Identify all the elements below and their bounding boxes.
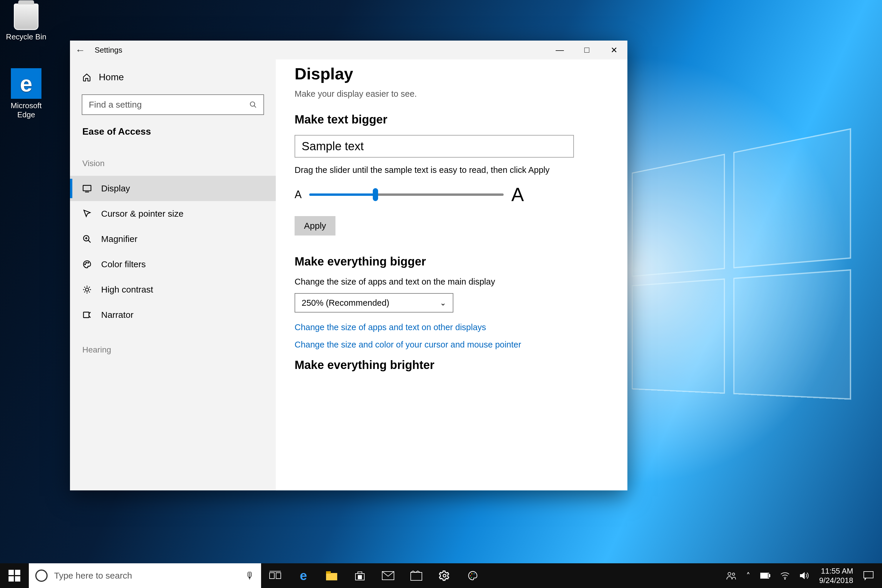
magnifier-icon xyxy=(82,234,93,244)
sidebar-group-hearing: Hearing xyxy=(70,327,276,362)
windows-logo-icon xyxy=(9,570,20,582)
start-button[interactable] xyxy=(0,563,29,588)
slider-fill xyxy=(309,194,375,196)
slider-max-label: A xyxy=(511,184,524,206)
maximize-button[interactable]: □ xyxy=(573,40,600,59)
svg-line-5 xyxy=(88,240,90,243)
search-icon xyxy=(249,101,257,108)
display-icon xyxy=(82,184,93,193)
slider-min-label: A xyxy=(295,189,302,201)
search-input[interactable]: Find a setting xyxy=(82,94,264,115)
section-make-text-bigger: Make text bigger xyxy=(295,113,609,126)
svg-rect-29 xyxy=(358,578,360,579)
svg-point-10 xyxy=(88,262,89,263)
sidebar-group-vision: Vision xyxy=(70,153,276,176)
sidebar-item-cursor[interactable]: Cursor & pointer size xyxy=(70,201,276,226)
taskbar-store[interactable] xyxy=(346,570,374,581)
minimize-button[interactable]: — xyxy=(546,40,573,59)
svg-point-9 xyxy=(86,262,87,263)
taskbar-edge[interactable]: e xyxy=(289,568,318,583)
link-other-displays[interactable]: Change the size of apps and text on othe… xyxy=(295,322,609,332)
sidebar-item-magnifier[interactable]: Magnifier xyxy=(70,226,276,252)
slider-thumb[interactable] xyxy=(373,188,378,201)
settings-sidebar: Home Find a setting Ease of Access Visio… xyxy=(70,59,276,490)
svg-point-34 xyxy=(470,575,471,576)
section-make-everything-bigger: Make everything bigger xyxy=(295,255,609,268)
svg-rect-20 xyxy=(84,312,89,318)
tray-volume-icon[interactable] xyxy=(800,572,809,580)
task-view-button[interactable] xyxy=(261,571,289,580)
taskbar-movies[interactable] xyxy=(402,571,430,580)
sidebar-item-high-contrast[interactable]: High contrast xyxy=(70,277,276,302)
apply-button[interactable]: Apply xyxy=(295,216,336,236)
svg-rect-42 xyxy=(761,574,768,578)
svg-rect-28 xyxy=(360,575,362,577)
sidebar-item-display[interactable]: Display xyxy=(70,176,276,201)
scale-dropdown-value: 250% (Recommended) xyxy=(302,298,389,308)
tray-clock[interactable]: 11:55 AM 9/24/2018 xyxy=(819,566,853,585)
slider-hint: Drag the slider until the sample text is… xyxy=(295,165,609,175)
sidebar-item-color-filters[interactable]: Color filters xyxy=(70,252,276,277)
mic-icon: 🎙 xyxy=(245,570,255,581)
taskbar-search-placeholder: Type here to search xyxy=(54,571,132,580)
taskbar-paint[interactable] xyxy=(459,570,487,581)
desktop-icon-recycle-bin[interactable]: Recycle Bin xyxy=(4,3,48,42)
sidebar-item-label: High contrast xyxy=(101,285,153,295)
svg-point-36 xyxy=(474,573,475,574)
taskbar-file-explorer[interactable] xyxy=(318,571,346,580)
svg-line-19 xyxy=(89,287,90,288)
tray-action-center[interactable] xyxy=(863,571,874,580)
svg-rect-21 xyxy=(270,573,274,579)
sidebar-home[interactable]: Home xyxy=(70,67,276,87)
cursor-icon xyxy=(82,209,93,219)
page-subtitle: Make your display easier to see. xyxy=(295,89,609,99)
sidebar-item-label: Magnifier xyxy=(101,234,137,244)
svg-rect-32 xyxy=(411,572,422,580)
window-title: Settings xyxy=(94,46,122,55)
text-size-slider-row: A A xyxy=(295,184,524,206)
taskbar: Type here to search 🎙 e ˄ xyxy=(0,563,882,588)
narrator-icon xyxy=(82,310,93,320)
svg-rect-25 xyxy=(326,571,331,574)
sidebar-home-label: Home xyxy=(99,72,124,82)
svg-point-0 xyxy=(250,102,255,106)
titlebar[interactable]: ← Settings — □ ✕ xyxy=(70,40,627,59)
sidebar-item-narrator[interactable]: Narrator xyxy=(70,302,276,327)
svg-point-35 xyxy=(471,573,472,574)
link-cursor-settings[interactable]: Change the size and color of your cursor… xyxy=(295,340,609,350)
desktop-icon-label: Microsoft Edge xyxy=(4,101,48,119)
svg-line-16 xyxy=(84,287,85,288)
close-button[interactable]: ✕ xyxy=(600,40,627,59)
back-button[interactable]: ← xyxy=(70,44,90,56)
svg-point-38 xyxy=(728,572,731,575)
svg-rect-44 xyxy=(864,572,873,578)
svg-rect-41 xyxy=(769,574,770,577)
taskbar-settings[interactable] xyxy=(430,570,459,581)
svg-point-43 xyxy=(784,579,786,579)
svg-rect-27 xyxy=(358,575,360,577)
sidebar-item-label: Narrator xyxy=(101,310,134,320)
tray-time: 11:55 AM xyxy=(819,566,853,576)
svg-line-1 xyxy=(254,105,256,108)
sidebar-section-title: Ease of Access xyxy=(70,124,276,153)
svg-point-11 xyxy=(86,288,89,291)
tray-wifi-icon[interactable] xyxy=(780,572,790,579)
palette-icon xyxy=(82,260,93,269)
taskbar-search[interactable]: Type here to search 🎙 xyxy=(29,563,261,588)
svg-line-18 xyxy=(84,292,85,292)
tray-battery-icon[interactable] xyxy=(760,573,770,579)
text-size-slider[interactable] xyxy=(309,194,504,196)
desktop-icon-label: Recycle Bin xyxy=(4,32,48,42)
brightness-icon xyxy=(82,285,93,294)
desktop-icon-edge[interactable]: e Microsoft Edge xyxy=(4,68,48,119)
settings-window: ← Settings — □ ✕ Home Find a setting Eas… xyxy=(70,40,627,490)
tray-overflow[interactable]: ˄ xyxy=(746,571,750,580)
taskbar-mail[interactable] xyxy=(374,571,402,580)
sidebar-item-label: Display xyxy=(101,183,130,194)
svg-rect-2 xyxy=(83,185,91,191)
svg-point-8 xyxy=(85,264,86,265)
scale-description: Change the size of apps and text on the … xyxy=(295,277,609,286)
tray-people[interactable] xyxy=(726,571,736,580)
scale-dropdown[interactable]: 250% (Recommended) ⌄ xyxy=(295,293,453,312)
sample-text-box: Sample text xyxy=(295,135,574,158)
